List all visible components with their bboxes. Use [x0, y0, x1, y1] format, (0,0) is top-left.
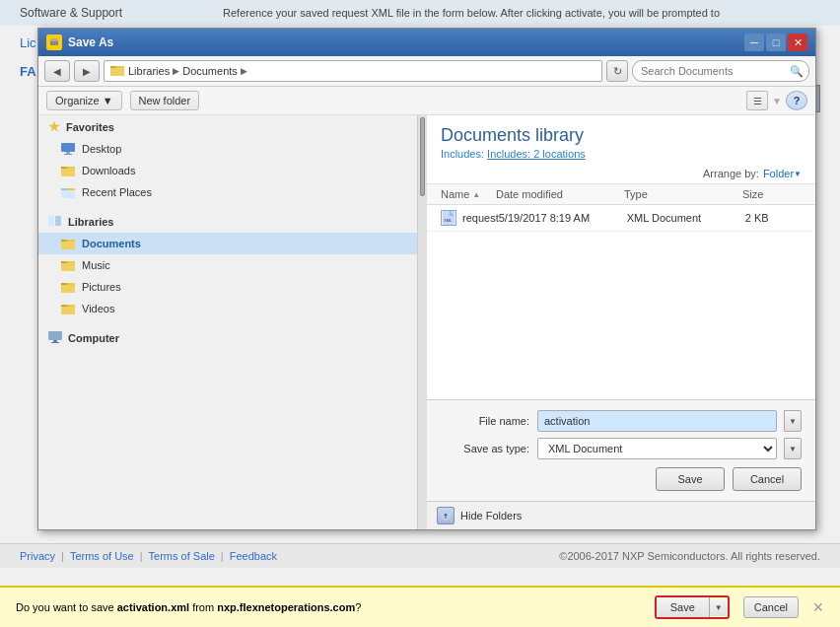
filename-row: File name: ▼ — [441, 410, 802, 432]
view-button[interactable]: ☰ — [746, 91, 768, 110]
sep1: | — [61, 550, 64, 562]
arrange-value[interactable]: Folder — [763, 168, 794, 179]
downloads-label: Downloads — [82, 165, 135, 176]
sidebar-separator-1 — [38, 203, 417, 211]
scrollbar-thumb[interactable] — [420, 117, 425, 196]
organize-label: Organize — [55, 95, 100, 106]
filename-label: File name: — [441, 415, 529, 427]
terms-of-sale-link[interactable]: Terms of Sale — [149, 550, 215, 562]
computer-section[interactable]: Computer — [38, 327, 417, 349]
column-headers: Name ▲ Date modified Type Size — [427, 184, 815, 205]
sidebar-item-desktop[interactable]: Desktop — [38, 138, 417, 160]
sort-arrow-name: ▲ — [472, 190, 480, 199]
filetype-label: Save as type: — [441, 443, 529, 454]
col-name[interactable]: Name ▲ — [441, 188, 496, 200]
maximize-button[interactable]: □ — [766, 34, 786, 51]
svg-rect-7 — [48, 216, 54, 226]
sidebar-item-videos[interactable]: Videos — [38, 298, 417, 319]
desktop-icon — [60, 141, 76, 157]
file-size: 2 KB — [745, 212, 805, 224]
filetype-row: Save as type: XML Document ▼ — [441, 438, 802, 459]
save-button[interactable]: Save — [656, 467, 725, 491]
notif-domain: nxp.flexnetoperations.com — [217, 601, 355, 613]
new-folder-button[interactable]: New folder — [130, 91, 200, 110]
organize-button[interactable]: Organize ▼ — [46, 91, 122, 110]
notification-save-button[interactable]: Save — [657, 597, 710, 617]
filetype-select[interactable]: XML Document — [537, 438, 777, 459]
notification-close-button[interactable]: ✕ — [812, 599, 824, 615]
libraries-icon — [48, 215, 62, 229]
arrange-label: Arrange by: — [703, 168, 759, 179]
favorites-label: Favorites — [66, 121, 114, 133]
help-button[interactable]: ? — [786, 91, 807, 110]
pictures-icon — [60, 279, 76, 295]
arrange-row: Arrange by: Folder ▼ — [427, 164, 815, 184]
file-area: Documents library Includes: Includes: 2 … — [427, 115, 815, 529]
dialog-title-bar: Save As ─ □ ✕ — [38, 29, 815, 56]
privacy-link[interactable]: Privacy — [20, 550, 55, 562]
path-part-2: Documents — [182, 65, 238, 77]
col-type[interactable]: Type — [624, 188, 742, 200]
downloads-icon — [60, 163, 76, 178]
col-size[interactable]: Size — [742, 188, 802, 200]
hide-folders-icon — [437, 507, 455, 524]
notification-save-dropdown-button[interactable]: ▼ — [710, 599, 728, 616]
page-top-bar: Software & Support Reference your saved … — [0, 0, 840, 27]
table-row[interactable]: XML request 5/19/2017 8:19 AM XML Docume… — [427, 205, 815, 232]
terms-of-use-link[interactable]: Terms of Use — [70, 550, 134, 562]
page-top-bar-center: Reference your saved request XML file in… — [122, 7, 820, 19]
svg-rect-8 — [55, 216, 61, 226]
sidebar-item-documents[interactable]: Documents — [38, 233, 417, 254]
refresh-button[interactable]: ↻ — [606, 60, 628, 82]
cancel-dialog-button[interactable]: Cancel — [733, 467, 802, 491]
title-controls: ─ □ ✕ — [744, 34, 807, 51]
path-icon — [110, 63, 124, 79]
filename-dropdown-button[interactable]: ▼ — [784, 410, 802, 432]
svg-rect-15 — [51, 342, 59, 343]
sep3: | — [221, 550, 224, 562]
notification-cancel-button[interactable]: Cancel — [743, 596, 799, 618]
notif-filename: activation.xml — [117, 601, 189, 613]
col-date-label: Date modified — [496, 188, 563, 200]
feedback-link[interactable]: Feedback — [230, 550, 277, 562]
notif-middle: from — [189, 601, 217, 613]
sidebar-item-music[interactable]: Music — [38, 254, 417, 276]
back-button[interactable]: ◀ — [44, 60, 70, 82]
sidebar-item-pictures[interactable]: Pictures — [38, 276, 417, 298]
filename-input[interactable] — [537, 410, 777, 432]
sidebar-scrollbar[interactable] — [417, 115, 427, 529]
path-segment: Libraries ▶ Documents ▶ — [128, 65, 247, 77]
notif-prefix: Do you want to save — [16, 601, 117, 613]
title-bar-left: Save As — [46, 35, 113, 50]
sidebar-scroll-area: ★ Favorites Desktop Downloads — [38, 115, 427, 529]
address-path[interactable]: Libraries ▶ Documents ▶ — [104, 60, 602, 82]
search-input[interactable] — [632, 60, 809, 82]
file-list: XML request 5/19/2017 8:19 AM XML Docume… — [427, 205, 815, 399]
path-arrow-2: ▶ — [241, 66, 247, 76]
file-name: request — [462, 212, 499, 224]
arrange-dropdown-icon[interactable]: ▼ — [794, 170, 802, 178]
sidebar-item-downloads[interactable]: Downloads — [38, 160, 417, 181]
libraries-label: Libraries — [68, 216, 113, 228]
music-label: Music — [82, 259, 110, 271]
file-type: XML Document — [627, 212, 745, 224]
favorites-section[interactable]: ★ Favorites — [38, 115, 417, 138]
filetype-dropdown-button[interactable]: ▼ — [784, 438, 802, 459]
videos-label: Videos — [82, 303, 114, 314]
includes-label: Includes: — [441, 148, 487, 160]
file-date: 5/19/2017 8:19 AM — [499, 212, 627, 224]
sidebar-item-recent[interactable]: Recent Places — [38, 181, 417, 203]
search-wrapper: 🔍 — [632, 60, 809, 82]
minimize-button[interactable]: ─ — [744, 34, 764, 51]
page-top-bar-left: Software & Support — [20, 6, 122, 20]
libraries-section[interactable]: Libraries — [38, 211, 417, 233]
library-subtitle: Includes: Includes: 2 locations — [441, 148, 802, 160]
svg-text:XML: XML — [444, 218, 453, 223]
locations-link[interactable]: Includes: 2 locations — [487, 148, 586, 160]
col-date[interactable]: Date modified — [496, 188, 624, 200]
sidebar-content: ★ Favorites Desktop Downloads — [38, 115, 417, 529]
hide-folders-bar[interactable]: Hide Folders — [427, 501, 815, 529]
close-button[interactable]: ✕ — [788, 34, 807, 51]
forward-button[interactable]: ▶ — [74, 60, 100, 82]
file-header: Documents library Includes: Includes: 2 … — [427, 115, 815, 164]
